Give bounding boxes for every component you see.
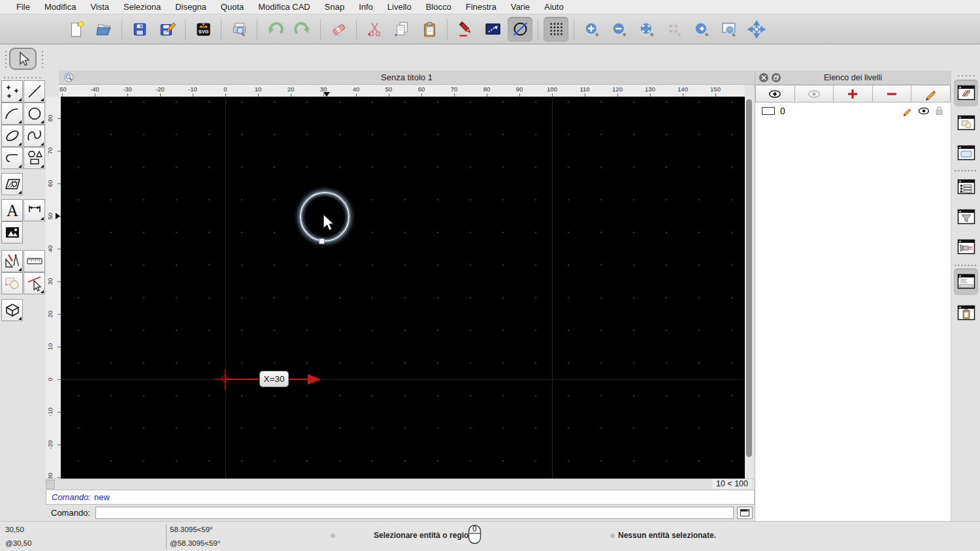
- add-layer-button[interactable]: [834, 85, 873, 102]
- menu-item-disegna[interactable]: Disegna: [168, 0, 214, 14]
- svg-text:+: +: [394, 32, 397, 38]
- menu-item-snap[interactable]: Snap: [318, 0, 351, 14]
- image-tool-button[interactable]: [1, 221, 23, 244]
- command-input[interactable]: [95, 507, 734, 519]
- dimension-tool-button[interactable]: [24, 199, 45, 221]
- open-file-button[interactable]: [91, 17, 116, 42]
- polyline-tool-button[interactable]: [1, 147, 23, 169]
- menu-item-seleziona[interactable]: Seleziona: [116, 0, 168, 14]
- spline-tool-button[interactable]: [24, 125, 45, 147]
- menu-item-aiuto[interactable]: Aiuto: [537, 0, 571, 14]
- circle-line-tool-button[interactable]: [508, 17, 532, 42]
- measure-tool-button[interactable]: [24, 250, 45, 272]
- command-line-row: Comando:: [46, 505, 755, 521]
- float-panel-button[interactable]: [772, 73, 781, 82]
- arc-tool-button[interactable]: [1, 102, 23, 125]
- paste-button[interactable]: [417, 17, 442, 42]
- menu-item-file[interactable]: File: [9, 0, 37, 14]
- text-tool-button[interactable]: A: [1, 199, 23, 221]
- property-editor-panel-button[interactable]: [954, 140, 978, 166]
- zoom-selection-button[interactable]: [662, 17, 687, 42]
- selection-rect-button[interactable]: [480, 17, 505, 42]
- selection-filter-panel-button[interactable]: [954, 204, 978, 230]
- cut-button[interactable]: +: [362, 17, 387, 42]
- palette-handle[interactable]: [3, 76, 43, 79]
- toolbar-separator: [320, 19, 321, 40]
- block-list-panel-button[interactable]: [954, 110, 978, 136]
- menu-item-info[interactable]: Info: [351, 0, 380, 14]
- vertical-scrollbar[interactable]: [745, 97, 753, 479]
- circle-tool-button[interactable]: [24, 102, 45, 125]
- layer-list-panel-button[interactable]: [954, 80, 978, 106]
- vertical-scroll-thumb[interactable]: [746, 99, 752, 457]
- edit-pencil-icon[interactable]: [902, 105, 913, 116]
- menu-item-quota[interactable]: Quota: [214, 0, 251, 14]
- menu-item-vista[interactable]: Vista: [83, 0, 116, 14]
- zoom-in-button[interactable]: [580, 17, 604, 42]
- points-tool-button[interactable]: [1, 80, 23, 102]
- select-arrow-icon: [15, 51, 31, 67]
- undo-button[interactable]: [263, 17, 287, 42]
- save-icon: [131, 21, 148, 38]
- document-title: Senza titolo 1: [59, 72, 755, 82]
- explode-tool-button[interactable]: [1, 272, 23, 294]
- command-history: Comando: new: [46, 490, 755, 505]
- command-options-panel-button[interactable]: [954, 234, 978, 260]
- drawing-canvas[interactable]: X=30: [61, 97, 745, 479]
- dock-handle[interactable]: [956, 74, 976, 76]
- copy-button[interactable]: +: [389, 17, 414, 42]
- redo-button[interactable]: [290, 17, 315, 42]
- toolbar-handle[interactable]: [41, 50, 43, 68]
- select-tool-button[interactable]: [9, 48, 37, 70]
- close-panel-button[interactable]: [759, 73, 768, 82]
- show-all-layers-button[interactable]: [755, 85, 795, 102]
- zoom-previous-button[interactable]: [689, 17, 714, 42]
- clipboard-panel-button[interactable]: [954, 300, 978, 326]
- close-icon: [761, 75, 766, 80]
- box-3d-tool-button[interactable]: [1, 299, 23, 321]
- menu-item-varie[interactable]: Varie: [504, 0, 537, 14]
- svg-export-button[interactable]: SVG: [191, 17, 216, 42]
- hatch-tool-button[interactable]: [1, 173, 23, 195]
- qcad-window: FileModificaVistaSelezionaDisegnaQuotaMo…: [0, 0, 980, 551]
- horizontal-scrollbar[interactable]: 10 < 100: [46, 479, 755, 489]
- detach-command-button[interactable]: [737, 507, 753, 519]
- edit-layer-button[interactable]: [911, 85, 951, 102]
- new-file-button[interactable]: [64, 17, 89, 42]
- menu-item-finestra[interactable]: Finestra: [459, 0, 504, 14]
- shapes-tool-button[interactable]: [24, 147, 45, 169]
- pan-button[interactable]: [744, 17, 769, 42]
- toolbar-handle[interactable]: [4, 50, 7, 68]
- layer-panel-header[interactable]: Elenco dei livelli: [755, 71, 951, 85]
- save-button[interactable]: [127, 17, 152, 42]
- hide-all-layers-button[interactable]: [795, 85, 834, 102]
- library-browser-panel-button[interactable]: [954, 174, 978, 200]
- remove-layer-button[interactable]: [873, 85, 912, 102]
- pen-button[interactable]: [453, 17, 478, 42]
- zoom-auto-button[interactable]: [634, 17, 659, 42]
- menu-item-livello[interactable]: Livello: [380, 0, 419, 14]
- delete-button[interactable]: [326, 17, 351, 42]
- zoom-out-button[interactable]: [607, 17, 632, 42]
- scrollbar-corner-box[interactable]: [46, 480, 55, 489]
- command-prompt-label: Comando:: [51, 508, 90, 518]
- command-line-panel-button[interactable]: [954, 268, 978, 295]
- menu-item-modifica-cad[interactable]: Modifica CAD: [251, 0, 317, 14]
- grid-toggle-button[interactable]: [544, 17, 568, 42]
- print-preview-button[interactable]: [227, 17, 252, 42]
- zoom-window-button[interactable]: [717, 17, 742, 42]
- line-tool-button[interactable]: [24, 80, 45, 102]
- menu-item-blocco[interactable]: Blocco: [419, 0, 459, 14]
- visibility-eye-icon[interactable]: [917, 106, 930, 116]
- modify-attributes-button[interactable]: [24, 272, 45, 294]
- add-layer-plus-icon: [847, 88, 858, 100]
- layer-row[interactable]: 0: [755, 102, 951, 119]
- ellipse-tool-button[interactable]: [1, 125, 23, 147]
- lock-icon[interactable]: [934, 105, 944, 116]
- entity-reference-handle[interactable]: [319, 238, 325, 244]
- save-as-button[interactable]: [155, 17, 180, 42]
- modify-tools-button[interactable]: [1, 250, 23, 272]
- menu-item-modifica[interactable]: Modifica: [37, 0, 83, 14]
- redo-icon: [293, 20, 312, 39]
- document-titlebar[interactable]: Senza titolo 1: [59, 71, 755, 85]
